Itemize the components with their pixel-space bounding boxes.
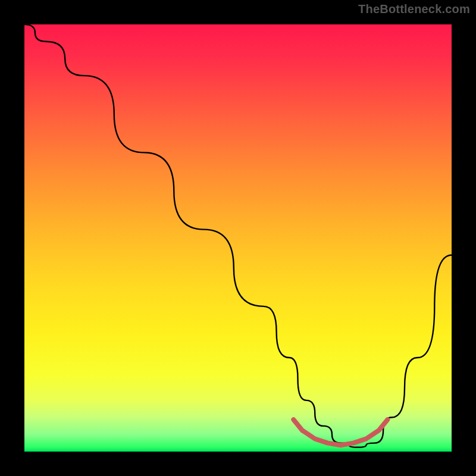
plot-area xyxy=(24,24,452,452)
curve-overlay xyxy=(24,24,452,452)
attribution-label: TheBottleneck.com xyxy=(358,2,470,16)
sweet-spot-marker-path xyxy=(293,419,387,445)
bottleneck-curve-path xyxy=(24,24,452,447)
chart-frame: TheBottleneck.com xyxy=(0,0,476,476)
